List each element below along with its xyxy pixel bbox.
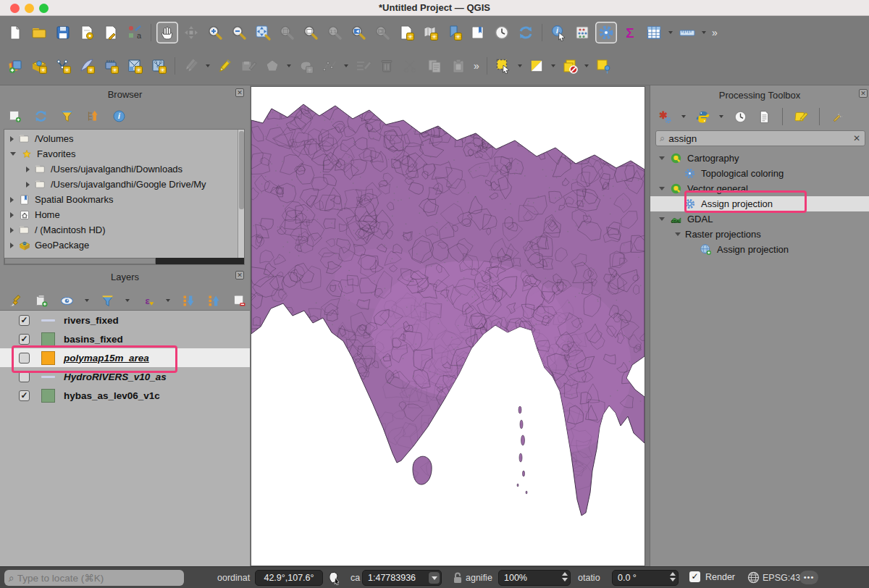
browser-item-home[interactable]: Home bbox=[4, 207, 244, 222]
new-point-layer-button[interactable]: ✳ bbox=[148, 55, 169, 77]
select-by-value-button[interactable] bbox=[526, 55, 547, 77]
pan-to-selection-button[interactable] bbox=[180, 22, 202, 43]
collapse-all-button[interactable] bbox=[205, 292, 222, 309]
rotation-spin-arrows[interactable] bbox=[670, 572, 676, 581]
toggle-editing-button[interactable] bbox=[214, 55, 235, 77]
identify-features-button[interactable]: i bbox=[547, 22, 569, 43]
dropdown-chevron-icon[interactable] bbox=[718, 106, 725, 127]
processing-item-assign-projection[interactable]: Assign projection bbox=[650, 242, 869, 257]
zoom-last-button[interactable] bbox=[348, 22, 369, 43]
new-shapefile-layer-button[interactable]: ✳ bbox=[52, 55, 74, 77]
zoom-to-layer-button[interactable] bbox=[300, 22, 322, 43]
temporal-controller-button[interactable] bbox=[491, 22, 513, 43]
refresh-map-button[interactable] bbox=[515, 22, 537, 43]
browser-collapse-all-button[interactable] bbox=[84, 107, 101, 125]
zoom-out-button[interactable] bbox=[228, 22, 250, 43]
layer-visibility-checkbox[interactable]: ✓ bbox=[19, 315, 30, 326]
expand-all-button[interactable] bbox=[180, 292, 197, 309]
collapse-arrow-icon[interactable] bbox=[659, 217, 665, 221]
collapse-arrow-icon[interactable] bbox=[659, 187, 665, 190]
magnifier-spinbox[interactable]: 100% bbox=[498, 570, 571, 586]
processing-close-icon[interactable]: ✕ bbox=[859, 89, 868, 98]
expand-arrow-icon[interactable] bbox=[26, 167, 30, 172]
zoom-next-button[interactable] bbox=[371, 22, 393, 43]
layer-styling-button[interactable] bbox=[7, 292, 25, 309]
new-3d-map-view-button[interactable]: ✳ bbox=[419, 22, 441, 43]
manage-visibility-button[interactable] bbox=[58, 292, 75, 309]
locate-input[interactable] bbox=[17, 573, 180, 584]
lock-scale-icon[interactable] bbox=[452, 571, 463, 587]
layer-item-polymap15m_area[interactable]: polymap15m_area bbox=[0, 348, 250, 367]
browser-properties-button[interactable]: i bbox=[110, 107, 127, 125]
statistics-panel-button[interactable] bbox=[571, 22, 593, 43]
coordinate-display[interactable]: 42.9°,107.6° bbox=[255, 570, 323, 586]
layer-visibility-checkbox[interactable] bbox=[19, 353, 30, 364]
browser-refresh-button[interactable] bbox=[32, 107, 49, 125]
dropdown-chevron-icon[interactable] bbox=[83, 290, 91, 311]
filter-by-expression-button[interactable]: ε bbox=[139, 292, 156, 309]
collapse-arrow-icon[interactable] bbox=[659, 156, 665, 160]
processing-options-button[interactable] bbox=[829, 108, 847, 125]
paste-features-button[interactable] bbox=[448, 55, 469, 77]
layer-item-rivers_fixed[interactable]: ✓rivers_fixed bbox=[0, 311, 250, 329]
browser-horizontal-scrollbar[interactable] bbox=[4, 258, 244, 264]
processing-menu-button[interactable]: ✱ bbox=[656, 108, 673, 125]
remove-layer-button[interactable] bbox=[230, 292, 248, 309]
zoom-to-selection-button[interactable] bbox=[276, 22, 298, 43]
dropdown-chevron-icon[interactable] bbox=[204, 55, 211, 77]
layer-visibility-checkbox[interactable]: ✓ bbox=[19, 390, 30, 401]
statistical-summary-button[interactable]: Σ bbox=[619, 22, 641, 43]
python-console-button[interactable] bbox=[694, 108, 711, 125]
dropdown-chevron-icon[interactable] bbox=[667, 22, 674, 43]
processing-item-raster-projections[interactable]: Raster projections bbox=[650, 227, 869, 242]
dropdown-chevron-icon[interactable] bbox=[164, 290, 172, 311]
new-geopackage-layer-button[interactable]: ✳ bbox=[28, 55, 50, 77]
open-project-button[interactable] bbox=[28, 22, 50, 43]
filter-legend-button[interactable] bbox=[98, 292, 116, 309]
browser-item-spatial-bookmarks[interactable]: Spatial Bookmarks bbox=[4, 192, 244, 207]
scale-dropdown-icon[interactable] bbox=[429, 572, 440, 584]
browser-item--users-ujavalgandhi-downloads[interactable]: /Users/ujavalgandhi/Downloads bbox=[4, 161, 244, 177]
edit-features-in-place-button[interactable] bbox=[792, 108, 810, 125]
rotation-spinbox[interactable]: 0.0 ° bbox=[612, 570, 679, 586]
current-edits-button[interactable] bbox=[180, 55, 202, 77]
extents-toggle-icon[interactable] bbox=[327, 571, 341, 587]
browser-item--users-ujavalgandhi-google-drive-my[interactable]: /Users/ujavalgandhi/Google Drive/My bbox=[4, 177, 244, 192]
processing-item-gdal[interactable]: GDALGDAL bbox=[650, 211, 869, 227]
layer-item-hydrorivers_v10_as[interactable]: HydroRIVERS_v10_as bbox=[0, 367, 250, 386]
expand-arrow-icon[interactable] bbox=[10, 197, 14, 203]
add-group-button[interactable] bbox=[33, 292, 50, 309]
expand-arrow-icon[interactable] bbox=[10, 136, 14, 142]
scale-combo[interactable]: 1:47783936 bbox=[362, 570, 442, 586]
move-feature-button[interactable]: ✳ bbox=[295, 55, 316, 77]
browser-item--macintosh-hd-[interactable]: / (Macintosh HD) bbox=[4, 222, 244, 238]
messages-button[interactable]: ••• bbox=[799, 571, 818, 584]
browser-filter-button[interactable] bbox=[58, 107, 75, 125]
expand-arrow-icon[interactable] bbox=[10, 227, 14, 233]
processing-search-box[interactable]: ⌕ ✕ bbox=[655, 130, 865, 146]
digitize-polygon-button[interactable] bbox=[261, 55, 283, 77]
layer-visibility-checkbox[interactable]: ✓ bbox=[19, 334, 30, 345]
show-bookmarks-button[interactable] bbox=[467, 22, 489, 43]
dropdown-chevron-icon[interactable] bbox=[124, 290, 131, 311]
zoom-in-button[interactable] bbox=[204, 22, 226, 43]
style-manager-button[interactable]: a bbox=[124, 22, 146, 43]
processing-item-assign-projection[interactable]: Assign projection bbox=[650, 196, 869, 211]
deselect-all-button[interactable] bbox=[559, 55, 581, 77]
new-mesh-layer-button[interactable]: ✳ bbox=[124, 55, 146, 77]
browser-item-favorites[interactable]: Favorites bbox=[4, 146, 244, 161]
clear-search-icon[interactable]: ✕ bbox=[853, 133, 860, 143]
toolbar-overflow-button[interactable]: » bbox=[710, 27, 720, 38]
new-project-button[interactable] bbox=[4, 22, 26, 43]
layers-close-icon[interactable]: ✕ bbox=[235, 271, 244, 280]
new-print-layout-button[interactable] bbox=[76, 22, 98, 43]
processing-log-button[interactable] bbox=[755, 108, 773, 125]
processing-item-vector-general[interactable]: Vector general bbox=[650, 181, 869, 196]
processing-item-topological-coloring[interactable]: Topological coloring bbox=[650, 166, 869, 181]
browser-item-geopackage[interactable]: GeoPackage bbox=[4, 238, 244, 253]
expand-arrow-icon[interactable] bbox=[10, 212, 14, 218]
layer-item-hybas_as_lev06_v1c[interactable]: ✓hybas_as_lev06_v1c bbox=[0, 386, 250, 405]
new-virtual-layer-button[interactable]: ✳ bbox=[100, 55, 122, 77]
measure-button[interactable] bbox=[676, 22, 698, 43]
layer-item-basins_fixed[interactable]: ✓basins_fixed bbox=[0, 329, 250, 348]
